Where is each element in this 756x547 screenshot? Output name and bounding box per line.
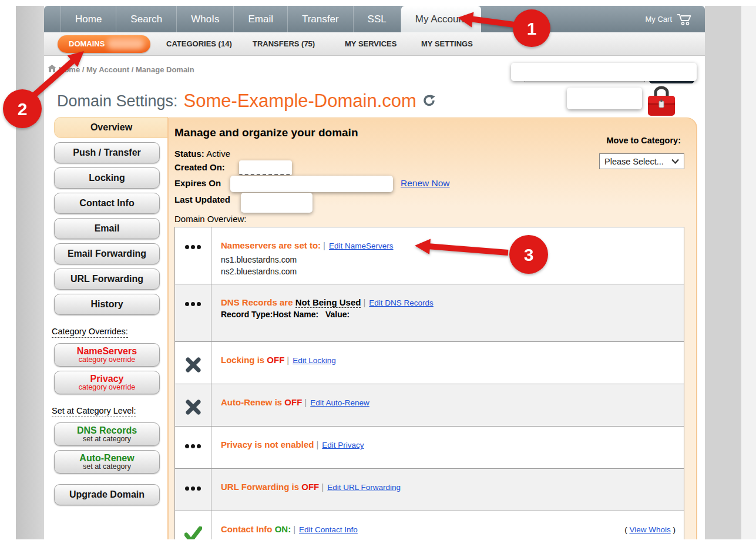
nameserver-list: ns1.bluestardns.comns2.bluestardns.com bbox=[221, 254, 674, 277]
row-title: Nameservers are set to:|Edit NameServers bbox=[221, 240, 674, 250]
row-title-segment: Locking is bbox=[221, 355, 267, 365]
tab-my-account[interactable]: My Account bbox=[401, 6, 481, 32]
tab-search[interactable]: Search bbox=[116, 6, 177, 32]
sidebar-item-locking[interactable]: Locking bbox=[54, 167, 160, 189]
dns-record-headers: Record Type:Host Name: Value: bbox=[221, 310, 674, 319]
row-body: Auto-Renew is OFF|Edit Auto-Renew bbox=[211, 384, 684, 426]
view-whois-link[interactable]: View Whois bbox=[629, 525, 670, 534]
separator: | bbox=[314, 439, 322, 449]
renew-now-link[interactable]: Renew Now bbox=[401, 178, 450, 188]
redacted-value-box bbox=[230, 176, 393, 192]
table-row-contact-info: Contact Info ON:|Edit Contact Info( View… bbox=[175, 511, 684, 539]
row-title-segment: OFF bbox=[284, 397, 302, 407]
subnav-domains[interactable]: DOMAINS bbox=[58, 35, 150, 53]
edit-privacy-link[interactable]: Edit Privacy bbox=[322, 441, 364, 449]
subnav-transfers-75[interactable]: TRANSFERS (75) bbox=[253, 32, 315, 56]
tab-email[interactable]: Email bbox=[234, 6, 288, 32]
domain-overview-label: Domain Overview: bbox=[174, 214, 247, 224]
edit-locking-link[interactable]: Edit Locking bbox=[293, 356, 336, 365]
row-title-segment: URL Forwarding is bbox=[221, 482, 301, 492]
table-row-url-forwarding: URL Forwarding is OFF|Edit URL Forwardin… bbox=[175, 469, 684, 511]
sidebar-item-sublabel: category override bbox=[56, 383, 158, 391]
sidebar-item-label: URL Forwarding bbox=[56, 274, 158, 284]
table-row-auto-renew: Auto-Renew is OFF|Edit Auto-Renew bbox=[175, 384, 684, 427]
sidebar-item-push-transfer[interactable]: Push / Transfer bbox=[54, 142, 160, 163]
refresh-icon[interactable] bbox=[422, 94, 436, 108]
table-row-locking: Locking is OFF|Edit Locking bbox=[175, 342, 684, 384]
edit-dns-records-link[interactable]: Edit DNS Records bbox=[369, 298, 434, 307]
redacted-value-box bbox=[241, 193, 313, 213]
tab-whois[interactable]: WhoIs bbox=[177, 6, 234, 32]
subnav-my-settings[interactable]: MY SETTINGS bbox=[421, 32, 473, 56]
sidebar-item-history[interactable]: History bbox=[54, 294, 160, 315]
row-right-actions: ( View Whois ) bbox=[624, 525, 676, 534]
main-heading: Manage and organize your domain bbox=[174, 126, 358, 139]
last-updated-line: Last Updated bbox=[174, 194, 230, 204]
my-cart-button[interactable]: My Cart bbox=[646, 6, 693, 32]
expires-line: Expires On bbox=[174, 178, 221, 188]
redacted-value-box bbox=[567, 88, 642, 109]
row-title: Privacy is not enabled|Edit Privacy bbox=[221, 439, 674, 449]
toolbox-icon[interactable] bbox=[647, 85, 676, 118]
redacted-blur bbox=[107, 38, 145, 49]
tab-ssl[interactable]: SSL bbox=[354, 6, 401, 32]
tab-home[interactable]: Home bbox=[61, 6, 116, 32]
status-label: Status: bbox=[174, 149, 204, 159]
dots-icon bbox=[175, 469, 211, 511]
sidebar-item-nameservers[interactable]: NameServerscategory override bbox=[54, 343, 160, 367]
sidebar-item-label: Overview bbox=[56, 122, 167, 133]
edit-nameservers-link[interactable]: Edit NameServers bbox=[329, 241, 394, 250]
x-icon bbox=[175, 342, 211, 384]
row-body: Contact Info ON:|Edit Contact Info( View… bbox=[211, 511, 684, 539]
subnav-categories-14[interactable]: CATEGORIES (14) bbox=[166, 32, 232, 56]
tab-transfer[interactable]: Transfer bbox=[288, 6, 354, 32]
created-line: Created On: bbox=[174, 162, 225, 172]
right-edge bbox=[741, 0, 756, 547]
page-title: Domain Settings: Some-Example-Domain.com bbox=[57, 89, 436, 113]
sidebar-item-email-forwarding[interactable]: Email Forwarding bbox=[54, 243, 160, 264]
table-row-privacy: Privacy is not enabled|Edit Privacy bbox=[175, 427, 684, 469]
sidebar-item-sublabel: set at category bbox=[56, 462, 158, 471]
sidebar-item-privacy[interactable]: Privacycategory override bbox=[54, 371, 160, 394]
row-body: DNS Records are Not Being Used|Edit DNS … bbox=[211, 284, 684, 341]
sidebar-item-sublabel: set at category bbox=[56, 435, 158, 443]
redacted-value-box bbox=[511, 63, 697, 81]
row-title-segment: OFF bbox=[301, 482, 319, 492]
renew-now-line: Renew Now bbox=[401, 178, 450, 189]
edit-url-forwarding-link[interactable]: Edit URL Forwarding bbox=[327, 483, 401, 492]
edit-contact-info-link[interactable]: Edit Contact Info bbox=[299, 525, 358, 534]
subnav-domains-label: DOMAINS bbox=[69, 39, 105, 48]
sidebar: OverviewPush / TransferLockingContact In… bbox=[52, 117, 172, 509]
left-edge bbox=[0, 0, 16, 539]
sidebar-item-email[interactable]: Email bbox=[54, 218, 160, 239]
row-title-segment: Not Being Used bbox=[295, 297, 361, 308]
home-icon bbox=[48, 65, 56, 73]
dots-icon bbox=[175, 427, 211, 468]
cart-icon bbox=[677, 13, 692, 26]
status-line: Status: Active bbox=[174, 149, 230, 159]
row-title: URL Forwarding is OFF|Edit URL Forwardin… bbox=[221, 482, 674, 492]
category-select[interactable]: Please Select... bbox=[599, 153, 684, 169]
domain-overview-table: Nameservers are set to:|Edit NameServers… bbox=[174, 227, 684, 539]
row-title: DNS Records are Not Being Used|Edit DNS … bbox=[221, 297, 674, 307]
sidebar-item-dns-records[interactable]: DNS Recordsset at category bbox=[54, 422, 160, 446]
sidebar-item-label: Locking bbox=[56, 173, 158, 183]
sidebar-item-auto-renew[interactable]: Auto-Renewset at category bbox=[54, 450, 160, 474]
row-title: Auto-Renew is OFF|Edit Auto-Renew bbox=[221, 397, 674, 407]
separator: | bbox=[319, 482, 327, 492]
row-title-segment: ON: bbox=[275, 524, 291, 534]
row-body: Nameservers are set to:|Edit NameServers… bbox=[211, 227, 684, 284]
redacted-value-box bbox=[239, 160, 292, 175]
row-title: Contact Info ON:|Edit Contact Info bbox=[221, 524, 674, 534]
breadcrumb[interactable]: Home / My Account / Manage Domain bbox=[59, 65, 194, 74]
sidebar-heading-set-at-category-level: Set at Category Level: bbox=[52, 406, 136, 417]
sidebar-item-contact-info[interactable]: Contact Info bbox=[54, 193, 160, 214]
edit-auto-renew-link[interactable]: Edit Auto-Renew bbox=[310, 398, 369, 407]
sidebar-item-label: Upgrade Domain bbox=[56, 489, 158, 500]
sidebar-item-overview[interactable]: Overview bbox=[54, 117, 168, 138]
sidebar-item-url-forwarding[interactable]: URL Forwarding bbox=[54, 269, 160, 290]
sidebar-item-upgrade-domain[interactable]: Upgrade Domain bbox=[54, 484, 160, 505]
subnav-my-services[interactable]: MY SERVICES bbox=[345, 32, 397, 56]
row-title-segment: DNS Records are bbox=[221, 297, 295, 307]
row-title-segment: Auto-Renew is bbox=[221, 397, 284, 407]
